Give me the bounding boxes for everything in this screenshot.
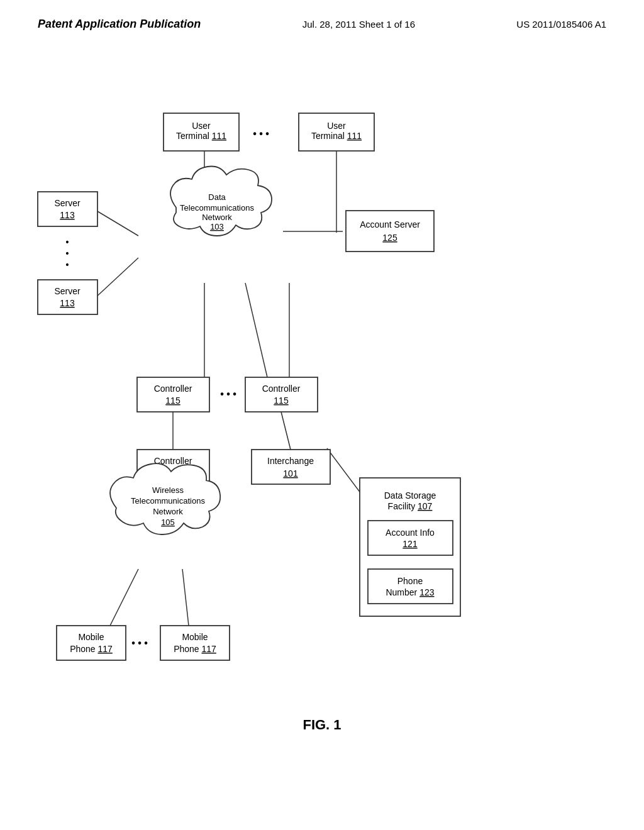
svg-text:Network: Network (202, 213, 232, 222)
patent-page: Patent Application Publication Jul. 28, … (0, 0, 644, 830)
svg-text:Server: Server (54, 286, 80, 296)
svg-text:Account Server: Account Server (360, 219, 420, 230)
svg-text:•: • (66, 237, 69, 247)
svg-rect-59 (368, 521, 453, 555)
svg-rect-38 (137, 377, 209, 412)
svg-text:Controller: Controller (154, 384, 192, 394)
svg-rect-22 (38, 192, 97, 226)
patent-number: US 2011/0185406 A1 (516, 19, 606, 30)
svg-text:Terminal  111: Terminal 111 (311, 131, 362, 141)
svg-line-3 (94, 258, 138, 299)
page-header: Patent Application Publication Jul. 28, … (0, 0, 644, 31)
svg-text:Controller: Controller (262, 384, 301, 394)
svg-text:115: 115 (274, 396, 289, 406)
svg-text:Number  123: Number 123 (386, 587, 434, 597)
svg-rect-35 (346, 211, 434, 252)
svg-text:Data: Data (208, 192, 226, 202)
svg-text:113: 113 (60, 298, 75, 308)
svg-text:FIG. 1: FIG. 1 (303, 717, 341, 733)
svg-text:Data Storage: Data Storage (384, 490, 436, 501)
svg-text:Account Info: Account Info (386, 528, 435, 538)
svg-text:Phone: Phone (397, 576, 423, 586)
svg-text:Network: Network (153, 507, 183, 516)
svg-rect-42 (245, 377, 318, 412)
svg-text:Mobile: Mobile (78, 632, 104, 642)
diagram-svg: User Terminal 111 User Terminal 111 • • … (0, 94, 644, 786)
svg-text:121: 121 (402, 539, 418, 549)
svg-text:Telecommunications: Telecommunications (180, 203, 254, 213)
svg-line-10 (327, 448, 365, 499)
svg-text:User: User (192, 121, 211, 131)
svg-line-6 (245, 283, 267, 377)
svg-rect-65 (57, 626, 126, 660)
svg-text:User: User (327, 121, 346, 131)
svg-rect-69 (160, 626, 230, 660)
svg-text:Phone  117: Phone 117 (70, 644, 113, 654)
svg-line-13 (110, 569, 138, 626)
svg-line-14 (182, 569, 189, 626)
svg-text:Mobile: Mobile (182, 632, 208, 642)
svg-text:•: • (66, 248, 69, 258)
svg-rect-28 (38, 280, 97, 314)
svg-text:• • •: • • • (131, 638, 148, 648)
svg-text:101: 101 (283, 468, 298, 479)
svg-text:Telecommunications: Telecommunications (131, 496, 205, 506)
svg-text:Wireless: Wireless (152, 485, 184, 495)
svg-text:115: 115 (165, 396, 180, 406)
svg-rect-48 (252, 450, 330, 484)
svg-text:125: 125 (382, 233, 397, 243)
svg-text:103: 103 (210, 222, 224, 231)
svg-text:•: • (66, 260, 69, 270)
svg-text:113: 113 (60, 210, 75, 220)
svg-text:Phone  117: Phone 117 (174, 644, 216, 654)
svg-line-2 (94, 209, 138, 236)
svg-text:• • •: • • • (253, 128, 269, 139)
svg-text:Facility  107: Facility 107 (388, 501, 433, 511)
svg-rect-62 (368, 569, 453, 604)
svg-text:Terminal  111: Terminal 111 (176, 131, 226, 141)
svg-text:Interchange: Interchange (267, 456, 314, 466)
publication-title: Patent Application Publication (38, 18, 201, 31)
svg-line-51 (281, 412, 291, 450)
svg-text:• • •: • • • (220, 389, 236, 399)
svg-text:105: 105 (161, 517, 175, 527)
date-sheet: Jul. 28, 2011 Sheet 1 of 16 (303, 19, 415, 30)
svg-text:Server: Server (54, 198, 80, 208)
